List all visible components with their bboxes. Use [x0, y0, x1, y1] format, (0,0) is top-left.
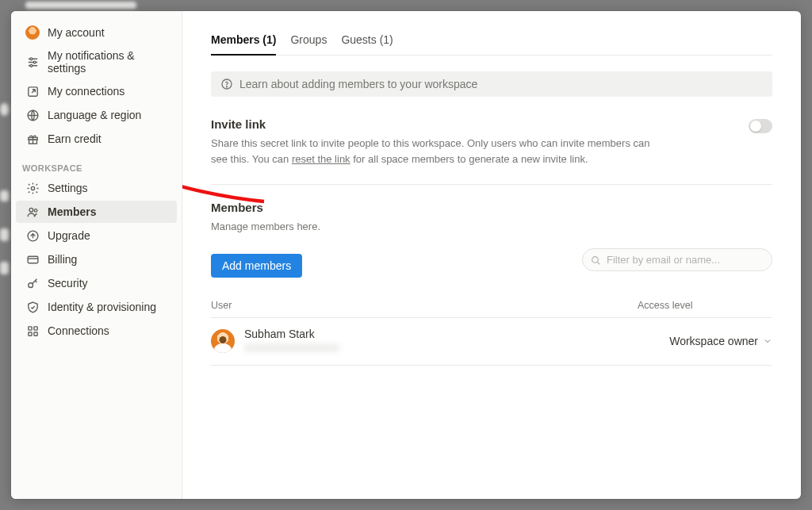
- sidebar-item-label: Members: [48, 205, 96, 218]
- svg-point-23: [226, 86, 227, 87]
- search-icon: [590, 255, 601, 266]
- svg-point-5: [29, 64, 32, 67]
- content-pane: Members (1) Groups Guests (1) Learn abou…: [182, 11, 801, 499]
- sidebar-item-notifications[interactable]: My notifications & settings: [16, 45, 177, 79]
- invite-link-desc: Share this secret link to invite people …: [211, 136, 655, 167]
- members-desc: Manage members here.: [211, 219, 772, 235]
- svg-point-12: [29, 208, 33, 212]
- invite-link-toggle[interactable]: [749, 119, 772, 133]
- sidebar-item-label: My connections: [48, 85, 124, 98]
- sidebar-item-label: Billing: [48, 253, 77, 266]
- gift-icon: [25, 132, 40, 146]
- members-section: Members Manage members here. Add members…: [211, 201, 772, 366]
- members-title: Members: [211, 201, 772, 214]
- sidebar-item-label: Connections: [48, 324, 109, 337]
- svg-point-17: [28, 282, 33, 287]
- globe-icon: [25, 108, 40, 122]
- svg-rect-20: [28, 332, 31, 335]
- svg-rect-21: [33, 332, 36, 335]
- sidebar: My account My notifications & settings M…: [11, 11, 182, 499]
- reset-link[interactable]: reset the link: [292, 153, 350, 165]
- settings-modal: My account My notifications & settings M…: [11, 11, 801, 499]
- col-user: User: [211, 300, 232, 311]
- sidebar-item-settings[interactable]: Settings: [16, 177, 177, 199]
- sidebar-heading-workspace: WORKSPACE: [11, 151, 182, 176]
- sidebar-item-label: My account: [48, 26, 105, 39]
- invite-link-section: Invite link Share this secret link to in…: [211, 117, 772, 167]
- sidebar-item-security[interactable]: Security: [16, 272, 177, 294]
- screenshot-stage: My account My notifications & settings M…: [0, 0, 812, 510]
- sidebar-item-earn-credit[interactable]: Earn credit: [16, 128, 177, 150]
- divider: [211, 184, 772, 185]
- user-avatar-icon: [211, 329, 235, 353]
- member-email-redacted: [244, 343, 339, 352]
- grid-icon: [25, 324, 40, 338]
- people-icon: [25, 205, 40, 219]
- sidebar-item-members[interactable]: Members: [16, 201, 177, 223]
- sidebar-item-label: My notifications & settings: [48, 49, 167, 75]
- sidebar-item-my-connections[interactable]: My connections: [16, 80, 177, 102]
- sidebar-item-identity[interactable]: Identity & provisioning: [16, 296, 177, 318]
- sliders-icon: [25, 55, 40, 69]
- svg-line-25: [597, 262, 599, 264]
- member-search-input[interactable]: [582, 248, 772, 271]
- member-name: Subham Stark: [244, 328, 339, 340]
- help-banner[interactable]: Learn about adding members to your works…: [211, 71, 772, 97]
- access-level-label: Workspace owner: [669, 335, 758, 347]
- sidebar-item-my-account[interactable]: My account: [16, 21, 177, 44]
- member-row: Subham Stark Workspace owner: [211, 318, 772, 366]
- arrow-up-circle-icon: [25, 228, 40, 243]
- sidebar-item-language-region[interactable]: Language & region: [16, 104, 177, 126]
- member-search-wrap: [582, 248, 772, 271]
- tab-bar: Members (1) Groups Guests (1): [211, 29, 772, 56]
- key-icon: [25, 276, 40, 290]
- invite-link-title: Invite link: [211, 117, 655, 131]
- members-table-header: User Access level: [211, 290, 772, 318]
- svg-rect-15: [28, 256, 38, 263]
- help-banner-text: Learn about adding members to your works…: [239, 78, 477, 90]
- card-icon: [25, 252, 40, 267]
- access-level-select[interactable]: Workspace owner: [669, 335, 772, 347]
- sidebar-item-connections[interactable]: Connections: [16, 320, 177, 342]
- sidebar-item-label: Language & region: [48, 109, 141, 121]
- sidebar-item-label: Settings: [48, 182, 88, 194]
- svg-point-3: [29, 57, 32, 59]
- sidebar-item-label: Identity & provisioning: [48, 301, 156, 313]
- svg-rect-19: [33, 326, 36, 329]
- tab-members[interactable]: Members (1): [211, 29, 276, 56]
- avatar-icon: [25, 25, 40, 40]
- col-access: Access level: [638, 300, 772, 311]
- sidebar-item-label: Earn credit: [48, 132, 102, 145]
- sidebar-item-label: Upgrade: [48, 229, 90, 242]
- shield-icon: [25, 300, 40, 314]
- sidebar-item-upgrade[interactable]: Upgrade: [16, 224, 177, 247]
- tab-guests[interactable]: Guests (1): [341, 29, 393, 56]
- svg-point-13: [34, 209, 37, 212]
- sidebar-item-billing[interactable]: Billing: [16, 248, 177, 270]
- chevron-down-icon: [763, 336, 772, 346]
- info-icon: [220, 78, 233, 90]
- svg-rect-18: [28, 326, 31, 329]
- svg-point-4: [33, 61, 36, 63]
- link-out-icon: [25, 84, 40, 98]
- svg-point-24: [592, 256, 599, 263]
- tab-groups[interactable]: Groups: [290, 29, 327, 56]
- svg-point-11: [31, 186, 34, 190]
- sidebar-item-label: Security: [48, 277, 88, 290]
- gear-icon: [25, 181, 40, 195]
- add-members-button[interactable]: Add members: [211, 254, 302, 278]
